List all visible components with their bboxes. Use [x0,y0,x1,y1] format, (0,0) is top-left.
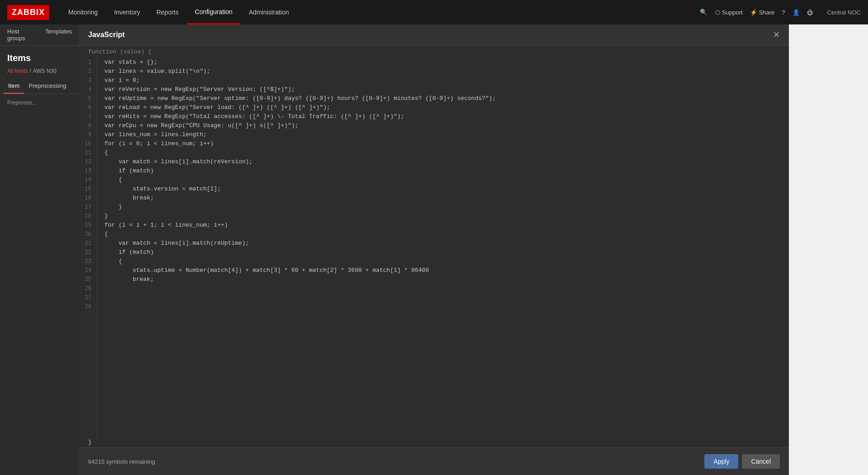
code-area: function (value) { 123456789101112131415… [79,46,789,447]
code-line: for (i = i + 1; i < lines_num; i++) [104,221,782,230]
sidebar: Host groups Templates Items All hosts / … [0,24,79,475]
line-number: 1 [83,58,91,67]
line-number: 8 [83,121,91,130]
line-number: 12 [83,157,91,166]
tab-preprocessing[interactable]: Preprocessing [24,79,71,94]
line-number: 22 [83,248,91,257]
symbols-remaining: 64215 symbols remaining [88,458,155,465]
line-number: 16 [83,194,91,203]
support-label: Support [722,9,743,16]
breadcrumb: All hosts / AWS N30 [0,65,79,79]
line-number: 27 [83,293,91,302]
code-line: { [104,230,782,239]
modal-title: JavaScript [88,31,125,39]
help-icon[interactable]: ? [782,9,785,16]
modal-buttons: Apply Cancel [704,454,780,469]
modal-header: JavaScript ✕ [79,24,789,46]
code-line: var match = lines[i].match(reVersion); [104,157,782,166]
code-editor[interactable]: 1234567891011121314151617181920212223242… [79,58,789,437]
share-label: Share [759,9,775,16]
code-line: stats.uptime = Number(match[4]) + match[… [104,266,782,275]
line-number: 23 [83,257,91,266]
line-number: 15 [83,185,91,194]
code-footer: } [79,437,789,447]
line-number: 2 [83,67,91,76]
line-number: 25 [83,275,91,284]
line-number: 18 [83,212,91,221]
share-icon: ⚡ [750,9,757,16]
modal-container: JavaScript ✕ function (value) { 12345678… [79,24,868,475]
main-content: JavaScript ✕ function (value) { 12345678… [79,24,868,475]
code-line: break; [104,275,782,284]
code-line: for (i = 0; i < lines_num; i++) [104,139,782,148]
code-line: var lines_num = lines.length; [104,130,782,139]
line-number: 24 [83,266,91,275]
javascript-modal: JavaScript ✕ function (value) { 12345678… [79,24,789,475]
sidebar-tab-templates[interactable]: Templates [38,24,79,45]
code-line: var reUptime = new RegExp("Server uptime… [104,94,782,103]
line-number: 26 [83,284,91,293]
code-line: var lines = value.split("\n"); [104,67,782,76]
code-line: var reVersion = new RegExp("Server Versi… [104,85,782,94]
code-line: if (match) [104,248,782,257]
modal-footer: 64215 symbols remaining Apply Cancel [79,447,789,475]
code-line: var i = 0; [104,76,782,85]
code-line: stats.version = match[1]; [104,185,782,194]
nav-items: Monitoring Inventory Reports Configurati… [60,0,699,24]
support-link[interactable]: ⬡ Support [715,9,743,16]
sidebar-tab-host-groups[interactable]: Host groups [0,24,38,45]
noc-label: Central NOC [827,9,861,16]
line-number: 9 [83,130,91,139]
line-number: 21 [83,239,91,248]
line-number: 11 [83,148,91,157]
nav-reports[interactable]: Reports [148,0,187,24]
code-line: var reCpu = new RegExp("CPU Usage: u([^ … [104,121,782,130]
line-number: 20 [83,230,91,239]
line-number: 7 [83,112,91,121]
logo: ZABBIX [7,5,49,20]
share-link[interactable]: ⚡ Share [750,9,775,16]
modal-close-button[interactable]: ✕ [773,31,780,39]
code-line: { [104,148,782,157]
code-line: { [104,257,782,266]
code-line: break; [104,194,782,203]
nav-inventory[interactable]: Inventory [106,0,148,24]
function-hint: function (value) { [79,46,789,58]
cancel-button[interactable]: Cancel [742,454,780,469]
breadcrumb-all-hosts[interactable]: All hosts [7,68,28,74]
breadcrumb-separator: / [29,68,31,74]
page-layout: Host groups Templates Items All hosts / … [0,24,868,475]
line-number: 17 [83,203,91,212]
search-icon[interactable]: 🔍 [699,8,708,17]
code-line: { [104,176,782,185]
line-number: 14 [83,176,91,185]
nav-right: 🔍 ⬡ Support ⚡ Share ? 👤 ⏻ Central NOC [699,8,861,17]
code-line: var stats = {}; [104,58,782,67]
preprocess-label: Preproces... [7,100,72,106]
line-number: 5 [83,94,91,103]
top-navigation: ZABBIX Monitoring Inventory Reports Conf… [0,0,868,24]
sidebar-top-tabs: Host groups Templates [0,24,79,46]
nav-administration[interactable]: Administration [241,0,297,24]
code-line: } [104,203,782,212]
line-numbers: 1234567891011121314151617181920212223242… [79,58,97,437]
line-number: 28 [83,302,91,311]
support-icon: ⬡ [715,9,720,16]
code-lines: var stats = {};var lines = value.split("… [97,58,789,437]
apply-button[interactable]: Apply [704,454,738,469]
nav-configuration[interactable]: Configuration [187,0,241,24]
code-line: var reHits = new RegExp("Total accesses:… [104,112,782,121]
code-line: if (match) [104,166,782,176]
user-icon[interactable]: 👤 [793,9,800,16]
tab-item[interactable]: Item [4,79,24,94]
line-number: 4 [83,85,91,94]
line-number: 6 [83,103,91,112]
sidebar-heading: Items [0,46,79,65]
power-icon[interactable]: ⏻ [807,9,813,16]
breadcrumb-current: AWS N30 [33,68,57,74]
sidebar-content: Preproces... [0,94,79,113]
nav-monitoring[interactable]: Monitoring [60,0,106,24]
line-number: 3 [83,76,91,85]
line-number: 13 [83,166,91,176]
sidebar-nav-tabs: Item Preprocessing [0,79,79,94]
